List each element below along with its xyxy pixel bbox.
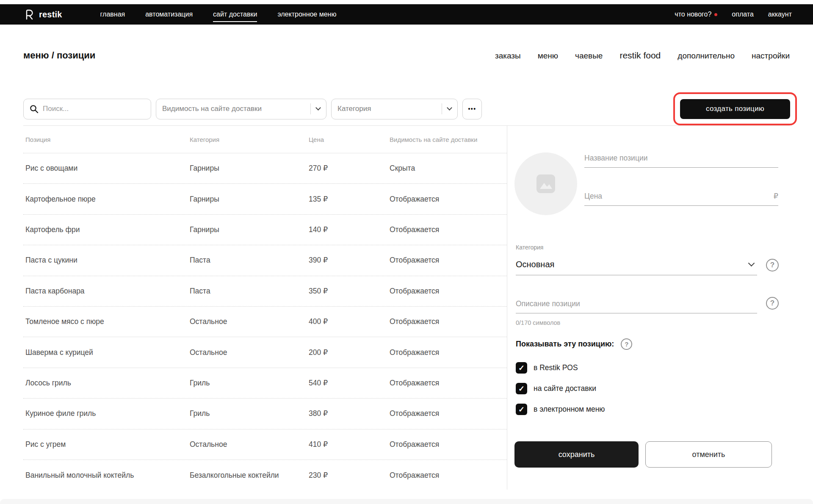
tab-tips[interactable]: чаевые <box>575 51 603 61</box>
cell-price: 270 ₽ <box>309 164 390 173</box>
payment-link[interactable]: оплата <box>732 11 754 18</box>
tab-orders[interactable]: заказы <box>495 51 521 61</box>
table-row[interactable]: Рис с угрем Остальное 410 ₽ Отображается <box>23 429 507 460</box>
table-row[interactable]: Лосось гриль Гриль 540 ₽ Отображается <box>23 368 507 399</box>
checkbox-delivery-site[interactable]: ✓ на сайте доставки <box>516 383 596 394</box>
visibility-filter-dropdown[interactable]: Видимость на сайте доставки <box>156 99 326 119</box>
more-filters-button[interactable]: ••• <box>462 99 482 119</box>
show-position-section: Показывать эту позицию: ? <box>516 338 632 350</box>
whats-new-link[interactable]: что нового? <box>675 11 717 18</box>
cell-category: Остальное <box>190 348 309 357</box>
cell-price: 230 ₽ <box>309 471 390 480</box>
dropdown-controls <box>310 103 320 114</box>
top-navigation-bar: restik главная автоматизация сайт достав… <box>0 4 813 25</box>
cell-visibility: Отображается <box>390 440 507 449</box>
table-row[interactable]: Томленое мясо с пюре Остальное 400 ₽ Ото… <box>23 307 507 337</box>
chevron-down-icon <box>447 105 452 111</box>
table-row[interactable]: Картофель фри Гарниры 140 ₽ Отображается <box>23 215 507 245</box>
table-row[interactable]: Шаверма с курицей Остальное 200 ₽ Отобра… <box>23 337 507 368</box>
more-dots-icon: ••• <box>468 105 476 112</box>
column-header-position: Позиция <box>25 136 190 143</box>
cell-price: 140 ₽ <box>309 225 390 234</box>
table-row[interactable]: Паста с цукини Паста 390 ₽ Отображается <box>23 245 507 276</box>
checkbox-checked-icon: ✓ <box>516 362 527 374</box>
tab-menu[interactable]: меню <box>538 51 558 61</box>
whats-new-label: что нового? <box>675 11 711 18</box>
create-position-button[interactable]: создать позицию <box>680 99 790 119</box>
search-input[interactable]: Поиск... <box>23 99 151 119</box>
cell-price: 380 ₽ <box>309 409 390 418</box>
category-filter-label: Категория <box>337 105 371 113</box>
char-counter: 0/170 символов <box>516 319 560 326</box>
checkbox-checked-icon: ✓ <box>516 383 527 394</box>
checkbox-electronic-menu[interactable]: ✓ в электронном меню <box>516 404 605 415</box>
cell-position: Лосось гриль <box>25 379 190 388</box>
restik-logo[interactable]: restik <box>23 8 62 21</box>
position-name-field[interactable]: Название позиции <box>584 147 778 168</box>
cell-category: Остальное <box>190 440 309 449</box>
cell-position: Рис с овощами <box>25 164 190 173</box>
description-help-icon[interactable]: ? <box>766 297 779 310</box>
category-select[interactable]: Основная <box>516 254 757 275</box>
tab-restik-food[interactable]: restik food <box>619 50 661 61</box>
save-button[interactable]: сохранить <box>514 441 639 468</box>
column-header-price: Цена <box>309 136 390 143</box>
tab-additional[interactable]: дополнительно <box>678 51 735 61</box>
checkbox-label: в Restik POS <box>534 363 578 372</box>
topnav-item-main[interactable]: главная <box>100 11 125 18</box>
cell-position: Рис с угрем <box>25 440 190 449</box>
account-link[interactable]: аккаунт <box>768 11 792 18</box>
table-row[interactable]: Картофельное пюре Гарниры 135 ₽ Отобража… <box>23 184 507 214</box>
cell-category: Гарниры <box>190 195 309 204</box>
cell-price: 540 ₽ <box>309 379 390 388</box>
position-description-placeholder: Описание позиции <box>516 299 580 308</box>
dropdown-divider <box>310 103 311 114</box>
category-help-icon[interactable]: ? <box>766 259 779 271</box>
cell-visibility: Отображается <box>390 287 507 296</box>
cell-visibility: Отображается <box>390 471 507 480</box>
cancel-button[interactable]: отменить <box>645 441 772 468</box>
cell-price: 410 ₽ <box>309 440 390 449</box>
position-name-placeholder: Название позиции <box>584 154 647 163</box>
checkbox-label: на сайте доставки <box>534 384 596 393</box>
column-header-visibility: Видимость на сайте доставки <box>390 136 507 143</box>
cell-category: Паста <box>190 256 309 265</box>
cell-position: Томленое мясо с пюре <box>25 317 190 326</box>
click-highlight-annotation: создать позицию <box>673 92 797 125</box>
visibility-filter-label: Видимость на сайте доставки <box>162 105 262 113</box>
tab-settings[interactable]: настройки <box>752 51 790 61</box>
cell-category: Гриль <box>190 409 309 418</box>
category-field-label: Категория <box>516 244 543 251</box>
position-price-placeholder: Цена <box>584 192 602 201</box>
topnav-item-automation[interactable]: автоматизация <box>145 11 193 18</box>
position-description-field[interactable]: Описание позиции <box>516 293 757 313</box>
section-tabs: заказы меню чаевые restik food дополните… <box>495 50 790 61</box>
create-position-form: Название позиции Цена ₽ Категория Основн… <box>507 125 813 491</box>
cell-visibility: Скрыта <box>390 164 507 173</box>
cell-price: 400 ₽ <box>309 317 390 326</box>
page-bottom-edge <box>0 499 813 504</box>
table-row[interactable]: Паста карбонара Паста 350 ₽ Отображается <box>23 276 507 307</box>
topnav-item-emenu[interactable]: электронное меню <box>277 11 336 18</box>
checkbox-checked-icon: ✓ <box>516 404 527 415</box>
topnav-item-delivery-site[interactable]: сайт доставки <box>213 11 257 18</box>
category-filter-dropdown[interactable]: Категория <box>331 99 458 119</box>
checkbox-restik-pos[interactable]: ✓ в Restik POS <box>516 362 578 374</box>
cell-visibility: Отображается <box>390 348 507 357</box>
chevron-down-icon <box>748 260 755 267</box>
cell-category: Гриль <box>190 379 309 388</box>
cell-price: 200 ₽ <box>309 348 390 357</box>
cell-price: 390 ₽ <box>309 256 390 265</box>
position-price-field[interactable]: Цена ₽ <box>584 185 778 206</box>
show-position-help-icon[interactable]: ? <box>621 338 632 350</box>
notification-dot-icon <box>714 13 717 16</box>
table-row[interactable]: Куриное филе гриль Гриль 380 ₽ Отображае… <box>23 399 507 429</box>
chevron-down-icon <box>315 105 321 111</box>
table-row[interactable]: Рис с овощами Гарниры 270 ₽ Скрыта <box>23 153 507 184</box>
positions-table: Позиция Категория Цена Видимость на сайт… <box>23 126 507 490</box>
cell-visibility: Отображается <box>390 379 507 388</box>
table-row[interactable]: Ванильный молочный коктейль Безалкогольн… <box>23 460 507 490</box>
position-photo-upload[interactable] <box>514 152 577 215</box>
cell-position: Шаверма с курицей <box>25 348 190 357</box>
cell-price: 350 ₽ <box>309 287 390 296</box>
